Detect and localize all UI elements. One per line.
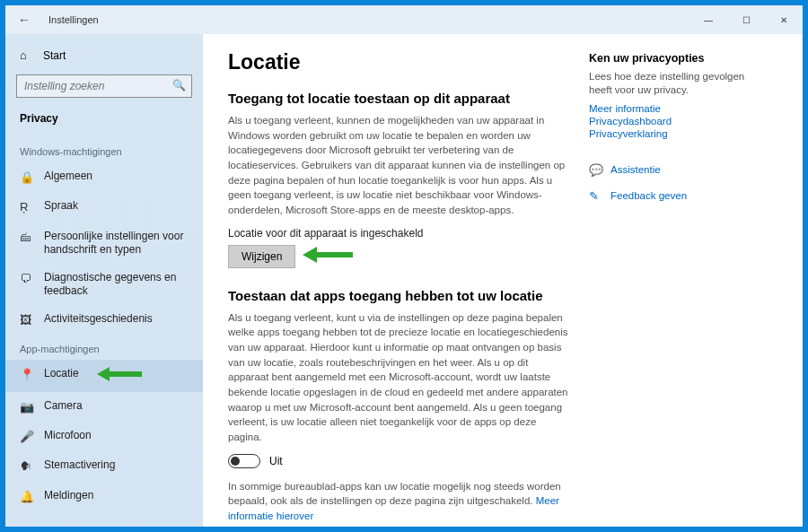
activity-icon: 🖾 — [20, 313, 33, 327]
sidebar-item-camera[interactable]: 📷 Camera — [5, 392, 203, 422]
device-location-status: Locatie voor dit apparaat is ingeschakel… — [228, 227, 571, 240]
more-info-link[interactable]: Meer informatie — [589, 102, 754, 115]
sidebar-item-label: Camera — [44, 399, 83, 413]
sidebar-item-general[interactable]: 🔒 Algemeen — [5, 162, 203, 192]
aside-column: Ken uw privacyopties Lees hoe deze inste… — [589, 34, 768, 527]
home-icon: ⌂ — [20, 48, 32, 62]
toggle-knob — [231, 457, 240, 466]
sidebar-item-notifications[interactable]: 🔔 Meldingen — [5, 482, 203, 511]
sidebar-item-label: Microfoon — [44, 429, 92, 442]
window-title: Instellingen — [48, 14, 689, 25]
sidebar-item-microphone[interactable]: 🎤 Microfoon — [5, 422, 203, 451]
sidebar-item-label: Diagnostische gegevens en feedback — [44, 271, 189, 298]
toggle-track[interactable] — [228, 454, 260, 468]
section2-description: Als u toegang verleent, kunt u via de in… — [228, 310, 571, 445]
section1-description: Als u toegang verleent, kunnen de mogeli… — [228, 113, 571, 218]
give-feedback-link[interactable]: ✎ Feedback geven — [589, 189, 754, 203]
section2-heading: Toestaan dat apps toegang hebben tot uw … — [228, 288, 571, 303]
sidebar-item-label: Meldingen — [44, 489, 93, 502]
help-icon: 💬 — [589, 163, 602, 177]
location-icon: 📍 — [20, 368, 33, 382]
microphone-icon: 🎤 — [20, 430, 33, 444]
toggle-label: Uit — [269, 455, 283, 467]
keyboard-icon: 🖮 — [20, 231, 33, 245]
voice-icon: 🗣 — [20, 459, 33, 474]
sidebar-group-windows: Windows-machtigingen — [5, 137, 203, 162]
search-input[interactable] — [16, 74, 192, 98]
speech-icon: Ŗ — [20, 200, 33, 214]
sidebar-home-label: Start — [43, 49, 66, 62]
app-access-toggle[interactable]: Uit — [228, 454, 571, 468]
feedback-icon: 🗩 — [20, 272, 33, 286]
sidebar-group-apps: App-machtigingen — [5, 335, 203, 360]
privacy-options-sub: Lees hoe deze instelling gevolgen heeft … — [589, 70, 754, 97]
sidebar-item-diagnostics[interactable]: 🗩 Diagnostische gegevens en feedback — [5, 264, 203, 305]
sidebar-item-label: Persoonlijke instellingen voor handschri… — [44, 230, 189, 257]
feedback-icon: ✎ — [589, 189, 602, 203]
sidebar-item-location[interactable]: 📍 Locatie — [5, 360, 203, 392]
feedback-label: Feedback geven — [610, 190, 687, 201]
bell-icon: 🔔 — [20, 490, 33, 504]
back-button[interactable]: ← — [18, 13, 36, 27]
sidebar-current-category: Privacy — [5, 107, 203, 137]
sidebar: ⌂ Start 🔍 Privacy Windows-machtigingen 🔒… — [5, 34, 203, 527]
sidebar-item-speech[interactable]: Ŗ Spraak — [5, 192, 203, 222]
lock-icon: 🔒 — [20, 170, 33, 185]
content-column: Locatie Toegang tot locatie toestaan op … — [203, 34, 589, 527]
minimize-button[interactable]: — — [689, 5, 727, 34]
desktop-apps-note: In sommige bureaublad-apps kan uw locati… — [228, 479, 571, 524]
change-button[interactable]: Wijzigen — [228, 245, 295, 268]
sidebar-item-label: Locatie — [44, 367, 79, 380]
annotation-arrow-icon — [303, 247, 353, 266]
sidebar-item-label: Algemeen — [44, 170, 92, 183]
sidebar-item-label: Stemactivering — [44, 458, 115, 472]
privacy-options-heading: Ken uw privacyopties — [589, 52, 754, 65]
svg-marker-0 — [97, 367, 142, 381]
section1-heading: Toegang tot locatie toestaan op dit appa… — [228, 91, 571, 106]
camera-icon: 📷 — [20, 400, 33, 414]
sidebar-item-inking[interactable]: 🖮 Persoonlijke instellingen voor handsch… — [5, 222, 203, 264]
sidebar-item-activity[interactable]: 🖾 Activiteitsgeschiedenis — [5, 305, 203, 335]
svg-marker-1 — [303, 247, 353, 263]
sidebar-item-voice-activation[interactable]: 🗣 Stemactivering — [5, 451, 203, 481]
sidebar-item-label: Spraak — [44, 199, 78, 213]
close-button[interactable]: ✕ — [765, 5, 803, 34]
privacy-statement-link[interactable]: Privacyverklaring — [589, 127, 754, 140]
page-title: Locatie — [228, 50, 571, 74]
search-wrapper: 🔍 — [16, 74, 192, 98]
main-scroll[interactable]: Locatie Toegang tot locatie toestaan op … — [203, 34, 803, 527]
window-titlebar: ← Instellingen — ☐ ✕ — [5, 5, 803, 34]
sidebar-home[interactable]: ⌂ Start — [5, 43, 203, 67]
annotation-arrow-icon — [97, 367, 142, 385]
help-label: Assistentie — [610, 164, 661, 175]
sidebar-item-label: Activiteitsgeschiedenis — [44, 312, 153, 326]
get-help-link[interactable]: 💬 Assistentie — [589, 163, 754, 177]
maximize-button[interactable]: ☐ — [727, 5, 765, 34]
privacy-dashboard-link[interactable]: Privacydashboard — [589, 115, 754, 127]
